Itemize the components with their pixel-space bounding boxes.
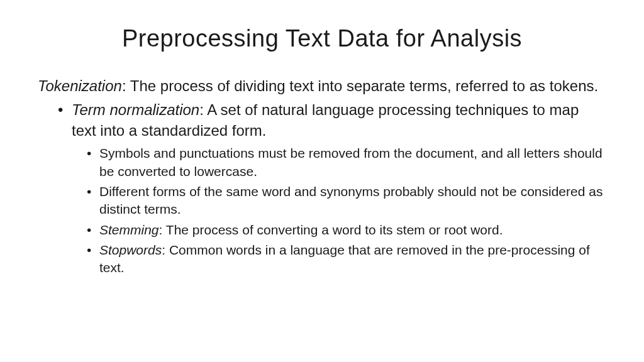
term-normalization-term: Term normalization bbox=[72, 101, 199, 118]
stemming-term: Stemming bbox=[99, 222, 159, 237]
symbols-item: Symbols and punctuations must be removed… bbox=[87, 145, 606, 180]
slide-title: Preprocessing Text Data for Analysis bbox=[38, 25, 606, 52]
different-forms-item: Different forms of the same word and syn… bbox=[87, 183, 606, 219]
stopwords-item: Stopwords: Common words in a language th… bbox=[87, 241, 606, 277]
different-forms-text: Different forms of the same word and syn… bbox=[99, 184, 602, 216]
stopwords-term: Stopwords bbox=[99, 243, 162, 257]
tokenization-text: : The process of dividing text into sepa… bbox=[122, 77, 598, 94]
term-normalization-item: Term normalization: A set of natural lan… bbox=[58, 100, 606, 141]
tokenization-term: Tokenization bbox=[38, 77, 122, 94]
slide-content: Tokenization: The process of dividing te… bbox=[38, 76, 606, 277]
tokenization-definition: Tokenization: The process of dividing te… bbox=[38, 76, 606, 96]
symbols-text: Symbols and punctuations must be removed… bbox=[99, 146, 602, 178]
stopwords-text: : Common words in a language that are re… bbox=[99, 243, 590, 275]
stemming-item: Stemming: The process of converting a wo… bbox=[87, 221, 606, 239]
stemming-text: : The process of converting a word to it… bbox=[159, 222, 503, 237]
